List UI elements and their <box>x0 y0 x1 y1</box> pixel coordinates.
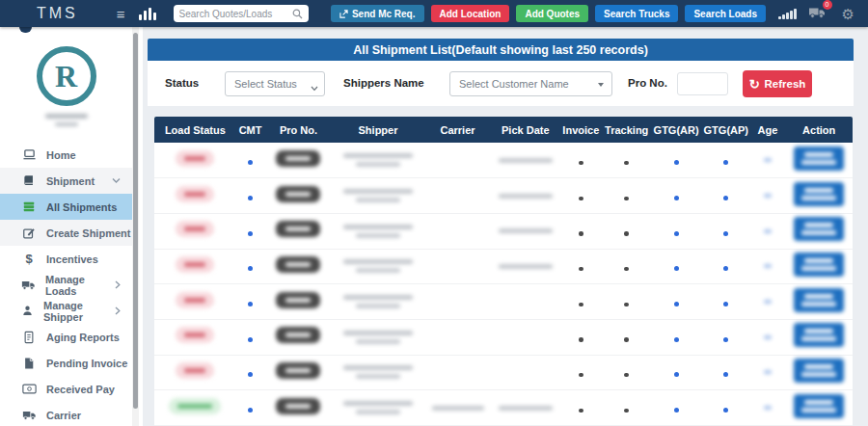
cell-age <box>750 284 786 320</box>
action-button[interactable] <box>794 394 844 418</box>
action-button[interactable] <box>794 253 844 277</box>
invoice-indicator-icon <box>579 267 583 272</box>
action-button[interactable] <box>794 217 844 241</box>
quotes-loads-search[interactable] <box>174 5 309 22</box>
pro-no-input[interactable] <box>677 72 728 95</box>
cmt-indicator-icon[interactable] <box>248 266 253 271</box>
column-header-gtg-ap: GTG(AP) <box>702 117 750 143</box>
cell-pro-no[interactable] <box>264 178 332 214</box>
search-loads-button[interactable]: Search Loads <box>685 5 766 22</box>
cell-cmt[interactable] <box>236 178 265 214</box>
cell-action[interactable] <box>785 319 853 355</box>
cell-action[interactable] <box>785 178 853 214</box>
redacted-text-bar <box>764 406 772 410</box>
pro-number-badge[interactable] <box>276 256 320 273</box>
cell-carrier <box>423 390 491 426</box>
cell-cmt[interactable] <box>236 390 265 426</box>
cell-invoice <box>559 284 603 320</box>
search-input[interactable] <box>179 9 292 19</box>
sidebar-item-create-shipment[interactable]: Create Shipment <box>0 220 132 246</box>
shipper-name <box>333 189 424 202</box>
cmt-indicator-icon[interactable] <box>248 196 253 200</box>
cell-action[interactable] <box>785 213 853 249</box>
person-icon <box>21 305 34 317</box>
cell-pro-no[interactable] <box>264 390 332 426</box>
cmt-indicator-icon[interactable] <box>248 408 253 413</box>
action-button[interactable] <box>794 146 844 171</box>
cmt-indicator-icon[interactable] <box>248 231 253 236</box>
pro-number-badge[interactable] <box>276 150 320 167</box>
cell-cmt[interactable] <box>236 284 265 320</box>
cell-age <box>750 213 786 249</box>
cmt-indicator-icon[interactable] <box>248 160 253 165</box>
cmt-indicator-icon[interactable] <box>248 372 253 377</box>
cell-pro-no[interactable] <box>264 355 332 390</box>
redacted-text-bar <box>804 329 833 333</box>
sidebar-item-shipment[interactable]: Shipment <box>0 168 132 194</box>
cell-cmt[interactable] <box>236 213 265 249</box>
settings-gear-icon[interactable]: ⚙ <box>842 7 854 21</box>
pro-number-badge[interactable] <box>276 221 320 237</box>
sidebar-item-aging-reports[interactable]: Aging Reports <box>0 324 132 350</box>
load-status-badge <box>169 398 221 414</box>
cell-pro-no[interactable] <box>264 143 332 178</box>
filter-bar: Status Select Status Shippers Name Selec… <box>148 61 854 106</box>
cell-action[interactable] <box>785 249 853 284</box>
sidebar-item-label: Incentives <box>46 253 98 265</box>
cell-cmt[interactable] <box>236 319 265 355</box>
add-location-button[interactable]: Add Location <box>431 5 510 22</box>
redacted-text-bar <box>285 333 311 337</box>
cell-pro-no[interactable] <box>264 249 332 284</box>
page-title: All Shipment List(Default showing last 2… <box>353 43 648 57</box>
pro-number-badge[interactable] <box>276 327 320 343</box>
sidebar-item-home[interactable]: Home <box>0 142 132 168</box>
refresh-button[interactable]: ↻ Refresh <box>743 70 812 97</box>
sidebar-scrollbar-thumb[interactable] <box>133 33 138 409</box>
cell-action[interactable] <box>785 355 853 390</box>
sidebar-item-carrier[interactable]: Carrier <box>0 402 132 426</box>
sidebar-item-received-pay[interactable]: Received Pay <box>0 376 132 402</box>
cell-pro-no[interactable] <box>264 213 332 249</box>
action-button[interactable] <box>794 288 844 312</box>
redacted-text-bar <box>801 408 836 413</box>
hamburger-menu-icon[interactable]: ≡ <box>117 7 125 21</box>
analytics-icon[interactable] <box>139 7 156 20</box>
status-select[interactable]: Select Status <box>225 71 325 96</box>
sidebar-item-manage-shipper[interactable]: Manage Shipper <box>0 298 132 324</box>
signal-bars-icon[interactable] <box>778 8 797 19</box>
sidebar-item-all-shipments[interactable]: All Shipments <box>0 194 132 220</box>
cell-pro-no[interactable] <box>264 284 332 320</box>
customer-select[interactable]: Select Customer Name <box>449 71 612 96</box>
cmt-indicator-icon[interactable] <box>248 302 253 306</box>
search-trucks-button[interactable]: Search Trucks <box>595 5 678 22</box>
chevron-down-icon <box>112 177 121 184</box>
sidebar-item-label: Received Pay <box>46 384 115 395</box>
redacted-text-bar <box>801 160 836 165</box>
pro-number-badge[interactable] <box>276 362 320 379</box>
sidebar-item-pending-invoice[interactable]: Pending Invoice <box>0 350 132 376</box>
cell-action[interactable] <box>785 390 853 426</box>
cell-action[interactable] <box>785 284 853 320</box>
cell-pro-no[interactable] <box>264 319 332 355</box>
cell-action[interactable] <box>785 143 853 178</box>
truck-notification[interactable]: 0 <box>808 5 827 23</box>
pro-number-badge[interactable] <box>276 292 320 308</box>
sidebar-item-incentives[interactable]: $ Incentives <box>0 246 132 272</box>
action-button[interactable] <box>794 359 844 383</box>
redacted-text-bar <box>804 400 833 405</box>
load-status-badge <box>176 362 214 379</box>
redacted-text-bar <box>343 225 413 229</box>
notification-count-badge: 0 <box>823 0 832 10</box>
cell-cmt[interactable] <box>236 355 265 390</box>
sidebar-item-manage-loads[interactable]: Manage Loads <box>0 272 132 298</box>
pro-number-badge[interactable] <box>276 398 320 414</box>
send-mc-req-button[interactable]: Send Mc Req. <box>331 5 424 22</box>
action-button[interactable] <box>794 182 844 206</box>
pro-number-badge[interactable] <box>276 186 320 202</box>
cmt-indicator-icon[interactable] <box>248 337 253 342</box>
action-button[interactable] <box>794 323 844 347</box>
add-quotes-button[interactable]: Add Quotes <box>516 5 588 22</box>
cell-cmt[interactable] <box>236 143 265 178</box>
cell-cmt[interactable] <box>236 249 265 284</box>
truck-icon <box>21 279 36 291</box>
